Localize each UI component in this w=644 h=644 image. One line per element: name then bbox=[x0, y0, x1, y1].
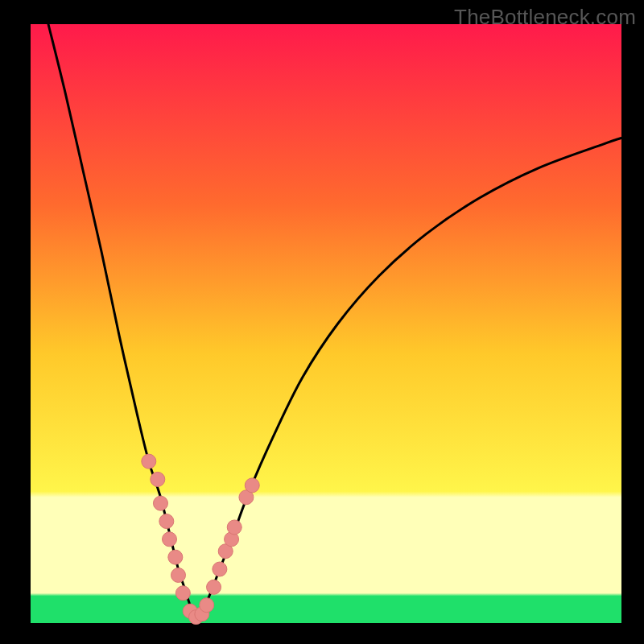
watermark-text: TheBottleneck.com bbox=[454, 5, 636, 30]
marker-dot bbox=[159, 514, 174, 529]
curve-right-branch bbox=[196, 138, 621, 617]
marker-dot bbox=[153, 496, 167, 510]
marker-dot bbox=[175, 586, 190, 601]
marker-dot bbox=[213, 562, 227, 576]
plot-area bbox=[31, 24, 621, 623]
marker-dot bbox=[200, 598, 214, 613]
marker-dot bbox=[162, 532, 176, 547]
marker-dot bbox=[168, 550, 183, 564]
marker-dots-group bbox=[142, 454, 259, 624]
marker-dot bbox=[171, 568, 186, 582]
curve-left-branch bbox=[48, 24, 196, 617]
marker-dot bbox=[151, 472, 165, 486]
marker-dot bbox=[227, 520, 242, 535]
curve-layer bbox=[31, 24, 621, 623]
outer-frame: TheBottleneck.com bbox=[0, 0, 644, 644]
marker-dot bbox=[245, 478, 259, 493]
marker-dot bbox=[207, 580, 221, 594]
marker-dot bbox=[142, 454, 156, 469]
